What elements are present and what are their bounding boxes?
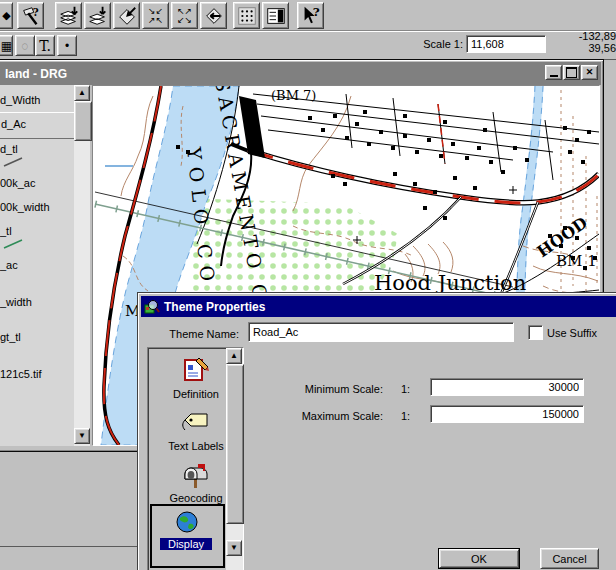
use-suffix-label: Use Suffix (547, 327, 597, 339)
select-grid-icon (236, 5, 258, 27)
scale-label: Scale 1: (385, 38, 463, 50)
svg-text:?: ? (312, 5, 319, 19)
category-panel: Definition Text Labels Geocoding (147, 347, 244, 570)
minimize-icon (550, 75, 558, 77)
point-tool-button[interactable]: • (57, 35, 77, 56)
legend-line-symbol-gray (2, 156, 26, 168)
maximum-scale-prefix: 1: (401, 410, 410, 422)
toc-item[interactable]: 121c5.tif (0, 368, 42, 382)
category-item-definition[interactable]: Definition (158, 388, 234, 400)
text-labels-icon (180, 410, 210, 436)
text-tool-icon: T. (39, 38, 51, 54)
help-pointer-icon: ? (300, 5, 322, 27)
minimum-scale-input[interactable] (430, 378, 584, 396)
toc-item[interactable]: 00k_width (0, 201, 50, 215)
toc-item-selected[interactable]: d_Ac (0, 112, 76, 139)
add-theme-button[interactable] (55, 2, 82, 29)
maximum-scale-label: Maximum Scale: (271, 410, 383, 422)
toc-item[interactable]: gt_tl (0, 331, 21, 345)
cursor-coordinates: -132,89 39,56 (540, 30, 616, 54)
dialog-title: Theme Properties (164, 300, 265, 314)
arcview-application: ◆ ? ↘↙↗↖ ↖↗↙↘ (0, 0, 616, 570)
highway (248, 150, 599, 203)
close-icon: ✕ (586, 68, 594, 77)
svg-text:?: ? (32, 7, 38, 18)
category-item-display[interactable]: Display (150, 504, 225, 568)
maximum-scale-input[interactable] (430, 405, 584, 423)
toc-scrollbar[interactable]: ▲ ▼ (74, 85, 90, 446)
category-item-text-labels[interactable]: Text Labels (158, 440, 234, 452)
fill-pattern-icon: ▦ (1, 39, 12, 53)
select-ellipse-button[interactable]: ◌ (15, 35, 35, 56)
open-table-button[interactable] (262, 2, 289, 29)
clipped-tool-button[interactable]: ◆ (0, 2, 13, 29)
toc-item[interactable]: d_tl (0, 143, 18, 157)
toolbar-row-1: ◆ ? ↘↙↗↖ ↖↗↙↘ (0, 0, 616, 31)
view-window-titlebar[interactable]: land - DRG (0, 62, 601, 85)
toc-item-label: d_Ac (1, 118, 26, 132)
point-tool-icon: • (65, 39, 69, 53)
view-window-title: land - DRG (0, 67, 67, 81)
zoom-out-button[interactable]: ↖↗↙↘ (171, 2, 198, 29)
help-button[interactable]: ? (297, 2, 324, 29)
minimum-scale-label: Minimum Scale: (271, 383, 383, 395)
add-theme-layers-icon (58, 5, 80, 27)
category-item-geocoding[interactable]: Geocoding (158, 492, 234, 504)
add-event-layers-icon (87, 5, 109, 27)
ok-button-face: OK (439, 549, 519, 568)
scale-input[interactable] (466, 35, 546, 53)
geocoding-icon (182, 462, 210, 490)
close-button[interactable]: ✕ (581, 65, 598, 80)
ok-button[interactable]: OK (438, 548, 520, 569)
toc-item[interactable]: d_Width (0, 94, 40, 108)
zoom-in-button[interactable]: ↘↙↗↖ (142, 2, 169, 29)
select-grid-button[interactable] (233, 2, 260, 29)
dialog-titlebar[interactable]: Theme Properties (141, 296, 616, 317)
zoom-out-center-icon: ↖↗↙↘ (177, 7, 192, 25)
add-event-theme-button[interactable] (84, 2, 111, 29)
theme-properties-dialog: Theme Properties Theme Name: Use Suffix … (137, 292, 616, 570)
clipped-tool-icon: ◆ (2, 9, 10, 22)
cancel-button-label: Cancel (552, 553, 586, 565)
zoom-to-theme-button[interactable] (113, 2, 140, 29)
maximize-button[interactable] (563, 65, 580, 80)
text-tool-button[interactable]: T. (35, 35, 55, 56)
legend-line-symbol-green (2, 238, 26, 250)
category-scroll-thumb[interactable] (226, 364, 244, 524)
toc-scroll-thumb[interactable] (74, 101, 92, 141)
hammer-help-button[interactable]: ? (17, 2, 44, 29)
theme-name-label: Theme Name: (151, 328, 239, 340)
category-scroll-down-button[interactable]: ▼ (226, 540, 242, 556)
arrow-down-icon: ▼ (78, 432, 86, 440)
toc-item[interactable]: 00k_ac (0, 177, 35, 191)
toc-item[interactable]: _ac (0, 259, 18, 273)
map-label-bm1: BM 1 (556, 252, 597, 270)
definition-icon (182, 356, 210, 384)
zoom-previous-icon (203, 5, 225, 27)
use-suffix-checkbox[interactable] (528, 325, 543, 340)
arrow-down-icon: ▼ (230, 544, 238, 552)
hammer-help-icon: ? (20, 5, 42, 27)
minimum-scale-prefix: 1: (401, 383, 410, 395)
toc-scroll-down-button[interactable]: ▼ (74, 428, 90, 444)
background-divider (0, 546, 137, 547)
toc-item[interactable]: _width (0, 296, 32, 310)
theme-properties-icon (144, 299, 160, 315)
map-label-bm7: (BM 7) (271, 88, 316, 103)
category-scrollbar[interactable]: ▲ ▼ (226, 348, 243, 570)
cancel-button[interactable]: Cancel (540, 548, 599, 569)
select-ellipse-icon: ◌ (21, 39, 28, 53)
arrow-up-icon: ▲ (230, 352, 238, 360)
category-item-display-label: Display (160, 538, 212, 550)
category-scroll-up-button[interactable]: ▲ (226, 348, 242, 364)
fill-pattern-button[interactable]: ▦ (0, 35, 13, 56)
zoom-in-center-icon: ↘↙↗↖ (148, 7, 163, 25)
zoom-to-theme-icon (116, 5, 138, 27)
toc-scroll-up-button[interactable]: ▲ (74, 85, 90, 101)
theme-name-input[interactable] (248, 322, 514, 342)
toc-item[interactable]: _tl (0, 225, 12, 239)
display-icon (175, 510, 199, 534)
minimize-button[interactable] (545, 65, 562, 80)
zoom-previous-button[interactable] (200, 2, 227, 29)
coordinate-y: 39,56 (540, 42, 616, 54)
